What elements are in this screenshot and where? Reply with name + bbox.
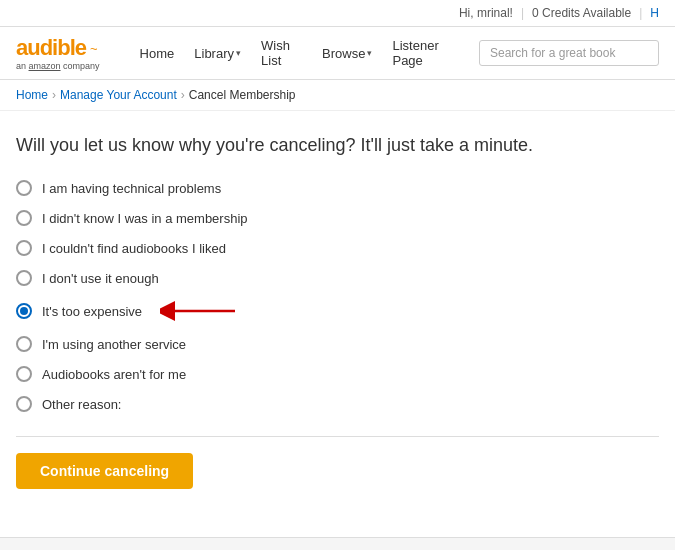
logo-waves-icon: ~ bbox=[90, 42, 98, 55]
top-bar: Hi, mrinal! | 0 Credits Available | H bbox=[0, 0, 675, 27]
radio-input-7[interactable] bbox=[16, 366, 32, 382]
radio-input-4[interactable] bbox=[16, 270, 32, 286]
page-title: Will you let us know why you're cancelin… bbox=[16, 135, 659, 156]
radio-option-2[interactable]: I didn't know I was in a membership bbox=[16, 210, 659, 226]
radio-option-3[interactable]: I couldn't find audiobooks I liked bbox=[16, 240, 659, 256]
credits-text: 0 Credits Available bbox=[532, 6, 631, 20]
radio-label-6: I'm using another service bbox=[42, 337, 186, 352]
radio-option-7[interactable]: Audiobooks aren't for me bbox=[16, 366, 659, 382]
radio-label-8: Other reason: bbox=[42, 397, 122, 412]
radio-input-3[interactable] bbox=[16, 240, 32, 256]
account-link[interactable]: H bbox=[650, 6, 659, 20]
radio-input-1[interactable] bbox=[16, 180, 32, 196]
search-placeholder: Search for a great book bbox=[490, 46, 615, 60]
main-content: Will you let us know why you're cancelin… bbox=[0, 111, 675, 537]
radio-label-7: Audiobooks aren't for me bbox=[42, 367, 186, 382]
nav-links: Home Library ▾ Wish List Browse ▾ Listen… bbox=[140, 38, 455, 68]
continue-button[interactable]: Continue canceling bbox=[16, 453, 193, 489]
radio-option-5[interactable]: It's too expensive bbox=[16, 300, 659, 322]
radio-option-4[interactable]: I don't use it enough bbox=[16, 270, 659, 286]
arrow-icon bbox=[160, 300, 240, 322]
radio-input-8[interactable] bbox=[16, 396, 32, 412]
breadcrumb-manage[interactable]: Manage Your Account bbox=[60, 88, 177, 102]
breadcrumb-sep2: › bbox=[181, 88, 185, 102]
breadcrumb: Home › Manage Your Account › Cancel Memb… bbox=[0, 80, 675, 111]
nav-listener[interactable]: Listener Page bbox=[392, 38, 455, 68]
nav-home[interactable]: Home bbox=[140, 46, 175, 61]
radio-option-1[interactable]: I am having technical problems bbox=[16, 180, 659, 196]
radio-option-8[interactable]: Other reason: bbox=[16, 396, 659, 412]
greeting-text: Hi, mrinal! bbox=[459, 6, 513, 20]
nav-browse[interactable]: Browse ▾ bbox=[322, 46, 372, 61]
breadcrumb-home[interactable]: Home bbox=[16, 88, 48, 102]
divider1: | bbox=[521, 6, 524, 20]
footer: About AudibleAffiliatesCareersBusiness I… bbox=[0, 537, 675, 550]
search-box[interactable]: Search for a great book bbox=[479, 40, 659, 66]
nav-bar: audible ~ an amazon company Home Library… bbox=[0, 27, 675, 80]
radio-label-2: I didn't know I was in a membership bbox=[42, 211, 248, 226]
logo-text: audible bbox=[16, 35, 86, 61]
radio-label-1: I am having technical problems bbox=[42, 181, 221, 196]
radio-label-4: I don't use it enough bbox=[42, 271, 159, 286]
breadcrumb-sep1: › bbox=[52, 88, 56, 102]
nav-wishlist[interactable]: Wish List bbox=[261, 38, 302, 68]
radio-input-6[interactable] bbox=[16, 336, 32, 352]
logo-subtext: an amazon company bbox=[16, 61, 100, 71]
section-divider bbox=[16, 436, 659, 437]
radio-input-5[interactable] bbox=[16, 303, 32, 319]
radio-label-5: It's too expensive bbox=[42, 304, 142, 319]
logo-area: audible ~ an amazon company bbox=[16, 35, 100, 71]
breadcrumb-current: Cancel Membership bbox=[189, 88, 296, 102]
browse-chevron-icon: ▾ bbox=[367, 48, 372, 58]
radio-options: I am having technical problemsI didn't k… bbox=[16, 180, 659, 412]
radio-option-6[interactable]: I'm using another service bbox=[16, 336, 659, 352]
library-chevron-icon: ▾ bbox=[236, 48, 241, 58]
nav-library[interactable]: Library ▾ bbox=[194, 46, 241, 61]
radio-label-3: I couldn't find audiobooks I liked bbox=[42, 241, 226, 256]
radio-input-2[interactable] bbox=[16, 210, 32, 226]
divider2: | bbox=[639, 6, 642, 20]
